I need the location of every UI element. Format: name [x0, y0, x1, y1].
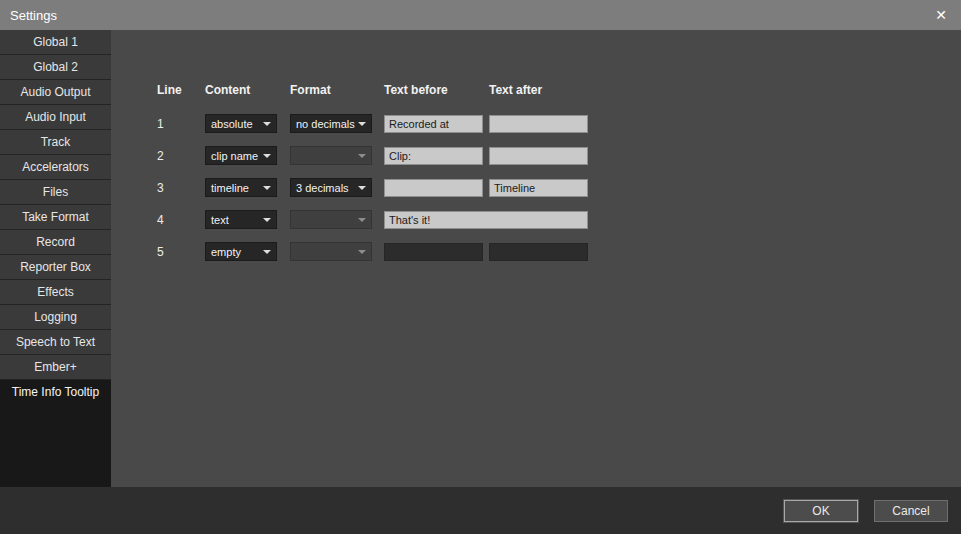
col-header-text-before: Text before: [384, 83, 489, 101]
chevron-down-icon: [358, 122, 366, 126]
col-header-format: Format: [290, 83, 384, 101]
content-panel: Line Content Format Text before Text aft…: [111, 30, 961, 487]
text-after-input-row-3[interactable]: [489, 179, 588, 197]
chevron-down-icon: [358, 186, 366, 190]
text-before-input-row-3[interactable]: [384, 179, 483, 197]
chevron-down-icon: [263, 186, 271, 190]
col-header-content: Content: [205, 83, 290, 101]
sidebar-item-take-format[interactable]: Take Format: [0, 205, 111, 230]
format-dropdown-row-3-value: 3 decimals: [296, 182, 349, 194]
text-after-input-row-5: [489, 243, 588, 261]
sidebar-item-reporter-box[interactable]: Reporter Box: [0, 255, 111, 280]
window-title: Settings: [10, 8, 935, 23]
sidebar-item-global-1[interactable]: Global 1: [0, 30, 111, 55]
close-icon[interactable]: ✕: [935, 8, 947, 22]
line-number-2: 2: [157, 149, 205, 163]
chevron-down-icon: [358, 218, 366, 222]
titlebar: Settings ✕: [0, 0, 961, 30]
content-dropdown-row-5[interactable]: empty: [205, 242, 277, 261]
sidebar-item-accelerators[interactable]: Accelerators: [0, 155, 111, 180]
chevron-down-icon: [263, 122, 271, 126]
content-dropdown-row-2-value: clip name: [211, 150, 258, 162]
col-header-line: Line: [157, 83, 205, 101]
content-dropdown-row-3-value: timeline: [211, 182, 249, 194]
settings-window: Settings ✕ Global 1 Global 2 Audio Outpu…: [0, 0, 961, 534]
line-number-5: 5: [157, 245, 205, 259]
sidebar-item-record[interactable]: Record: [0, 230, 111, 255]
sidebar-item-files[interactable]: Files: [0, 180, 111, 205]
content-dropdown-row-1-value: absolute: [211, 118, 253, 130]
format-dropdown-row-4: [290, 210, 372, 229]
sidebar-item-audio-input[interactable]: Audio Input: [0, 105, 111, 130]
content-dropdown-row-2[interactable]: clip name: [205, 146, 277, 165]
tooltip-lines-table: Line Content Format Text before Text aft…: [157, 83, 961, 261]
sidebar-item-audio-output[interactable]: Audio Output: [0, 80, 111, 105]
ok-button[interactable]: OK: [784, 500, 858, 522]
text-before-input-row-1[interactable]: [384, 115, 483, 133]
text-before-input-row-5: [384, 243, 483, 261]
line-number-1: 1: [157, 117, 205, 131]
sidebar-item-effects[interactable]: Effects: [0, 280, 111, 305]
sidebar-item-global-2[interactable]: Global 2: [0, 55, 111, 80]
text-after-input-row-1[interactable]: [489, 115, 588, 133]
content-dropdown-row-4-value: text: [211, 214, 229, 226]
content-dropdown-row-1[interactable]: absolute: [205, 114, 277, 133]
chevron-down-icon: [358, 154, 366, 158]
format-dropdown-row-1-value: no decimals: [296, 118, 355, 130]
text-input-row-4[interactable]: [384, 211, 588, 229]
sidebar-item-speech-to-text[interactable]: Speech to Text: [0, 330, 111, 355]
line-number-4: 4: [157, 213, 205, 227]
sidebar-item-ember-plus[interactable]: Ember+: [0, 355, 111, 380]
format-dropdown-row-3[interactable]: 3 decimals: [290, 178, 372, 197]
format-dropdown-row-2: [290, 146, 372, 165]
sidebar: Global 1 Global 2 Audio Output Audio Inp…: [0, 30, 111, 487]
sidebar-item-track[interactable]: Track: [0, 130, 111, 155]
col-header-text-after: Text after: [489, 83, 588, 101]
content-dropdown-row-4[interactable]: text: [205, 210, 277, 229]
chevron-down-icon: [358, 250, 366, 254]
line-number-3: 3: [157, 181, 205, 195]
sidebar-item-time-info-tooltip[interactable]: Time Info Tooltip: [0, 380, 111, 405]
format-dropdown-row-5: [290, 242, 372, 261]
chevron-down-icon: [263, 218, 271, 222]
cancel-button[interactable]: Cancel: [874, 500, 948, 522]
chevron-down-icon: [263, 250, 271, 254]
text-after-input-row-2[interactable]: [489, 147, 588, 165]
chevron-down-icon: [263, 154, 271, 158]
content-dropdown-row-5-value: empty: [211, 246, 241, 258]
sidebar-item-logging[interactable]: Logging: [0, 305, 111, 330]
format-dropdown-row-1[interactable]: no decimals: [290, 114, 372, 133]
content-dropdown-row-3[interactable]: timeline: [205, 178, 277, 197]
footer-bar: OK Cancel: [0, 487, 961, 534]
text-before-input-row-2[interactable]: [384, 147, 483, 165]
